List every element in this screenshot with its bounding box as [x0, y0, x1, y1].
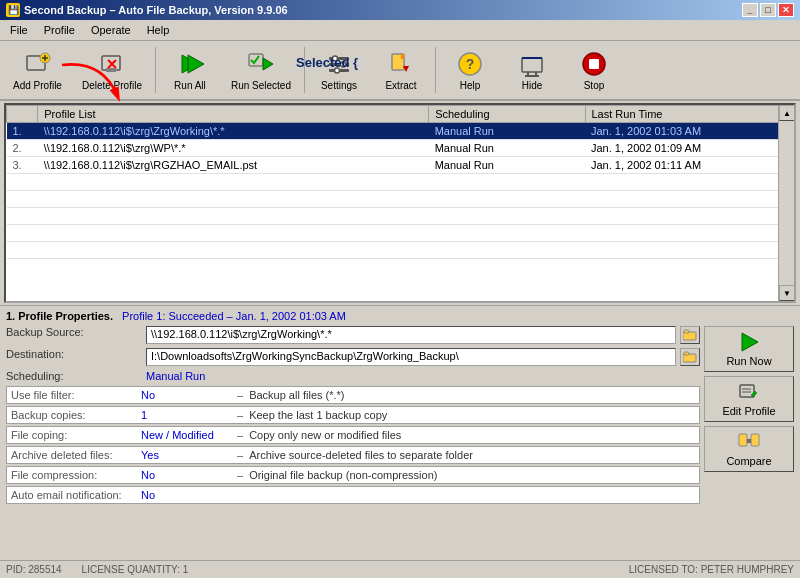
toolbar-divider-1 — [155, 47, 156, 93]
run-all-button[interactable]: Run All — [160, 44, 220, 96]
table-row-empty — [7, 191, 794, 208]
file-coping-desc: Copy only new or modified files — [249, 429, 401, 441]
svg-point-15 — [335, 68, 340, 73]
hide-button[interactable]: Hide — [502, 44, 562, 96]
edit-profile-button[interactable]: Edit Profile — [704, 376, 794, 422]
run-all-label: Run All — [174, 80, 206, 91]
delete-profile-button[interactable]: Delete Profile — [73, 44, 151, 96]
file-coping-box: File coping: New / Modified – Copy only … — [6, 426, 700, 444]
svg-point-14 — [341, 62, 346, 67]
help-label: Help — [460, 80, 481, 91]
add-profile-label: Add Profile — [13, 80, 62, 91]
backup-copies-desc: Keep the last 1 backup copy — [249, 409, 387, 421]
props-header: 1. Profile Properties. Profile 1: Succee… — [6, 310, 794, 322]
compare-label: Compare — [726, 455, 771, 467]
destination-browse-btn[interactable] — [680, 348, 700, 366]
svg-rect-21 — [522, 58, 542, 72]
help-icon: ? — [456, 50, 484, 78]
file-filter-value: No — [141, 389, 231, 401]
profile-table: Profile List Scheduling Last Run Time 1.… — [6, 105, 794, 259]
minimize-button[interactable]: _ — [742, 3, 758, 17]
table-row-empty — [7, 208, 794, 225]
menu-operate[interactable]: Operate — [85, 22, 137, 38]
extract-button[interactable]: Extract — [371, 44, 431, 96]
col-scheduling-header[interactable]: Scheduling — [429, 106, 585, 123]
destination-label: Destination: — [6, 348, 146, 360]
table-row-empty — [7, 174, 794, 191]
file-compression-label: File compression: — [11, 469, 141, 481]
file-compression-dash: – — [237, 469, 243, 481]
svg-rect-38 — [751, 434, 759, 446]
scroll-up-btn[interactable]: ▲ — [779, 105, 795, 121]
row-name-2[interactable]: \\192.168.0.112\i$\zrg\WP\*.* — [38, 140, 429, 157]
svg-rect-27 — [589, 59, 599, 69]
menu-file[interactable]: File — [4, 22, 34, 38]
table-row-empty — [7, 242, 794, 259]
archive-deleted-box: Archive deleted files: Yes – Archive sou… — [6, 446, 700, 464]
settings-label: Settings — [321, 80, 357, 91]
destination-row: Destination: I:\Downloadsofts\ZrgWorking… — [6, 348, 700, 368]
svg-marker-33 — [742, 333, 758, 351]
svg-marker-7 — [188, 55, 204, 73]
menu-help[interactable]: Help — [141, 22, 176, 38]
backup-copies-value: 1 — [141, 409, 231, 421]
file-compression-value: No — [141, 469, 231, 481]
close-button[interactable]: ✕ — [778, 3, 794, 17]
toolbar-divider-2 — [304, 47, 305, 93]
file-compression-box: File compression: No – Original file bac… — [6, 466, 700, 484]
stop-button[interactable]: Stop — [564, 44, 624, 96]
delete-profile-label: Delete Profile — [82, 80, 142, 91]
auto-email-box: Auto email notification: No — [6, 486, 700, 504]
col-lastrun-header[interactable]: Last Run Time — [585, 106, 794, 123]
compare-button[interactable]: Compare — [704, 426, 794, 472]
archive-deleted-dash: – — [237, 449, 243, 461]
backup-source-field: \\192.168.0.112\i$\zrg\ZrgWorking\*.* — [146, 326, 676, 344]
settings-button[interactable]: Settings — [309, 44, 369, 96]
run-selected-button[interactable]: Run Selected — [222, 44, 300, 96]
table-scrollbar[interactable]: ▲ ▼ — [778, 105, 794, 301]
run-selected-label: Run Selected — [231, 80, 291, 91]
scroll-down-btn[interactable]: ▼ — [779, 285, 795, 301]
run-selected-icon — [247, 50, 275, 78]
file-filter-desc: Backup all files (*.*) — [249, 389, 344, 401]
auto-email-value: No — [141, 489, 231, 501]
table-row[interactable]: 3. \\192.168.0.112\i$\zrg\RGZHAO_EMAIL.p… — [7, 157, 794, 174]
svg-marker-17 — [401, 54, 404, 59]
archive-deleted-label: Archive deleted files: — [11, 449, 141, 461]
archive-deleted-value: Yes — [141, 449, 231, 461]
title-bar: 💾 Second Backup – Auto File Backup, Vers… — [0, 0, 800, 20]
edit-profile-icon — [738, 381, 760, 403]
row-num-1: 1. — [7, 123, 38, 140]
table-row[interactable]: 1. \\192.168.0.112\i$\zrg\ZrgWorking\*.*… — [7, 123, 794, 140]
maximize-button[interactable]: □ — [760, 3, 776, 17]
extract-icon — [387, 50, 415, 78]
file-filter-dash: – — [237, 389, 243, 401]
menu-profile[interactable]: Profile — [38, 22, 81, 38]
profile-properties-panel: 1. Profile Properties. Profile 1: Succee… — [0, 305, 800, 510]
menu-bar: File Profile Operate Help — [0, 20, 800, 41]
file-compression-desc: Original file backup (non-compression) — [249, 469, 437, 481]
svg-rect-32 — [684, 352, 689, 355]
file-coping-value: New / Modified — [141, 429, 231, 441]
row-lastrun-1: Jan. 1, 2002 01:03 AM — [585, 123, 794, 140]
scheduling-row: Scheduling: Manual Run — [6, 370, 700, 382]
help-button[interactable]: ? Help — [440, 44, 500, 96]
run-now-button[interactable]: Run Now — [704, 326, 794, 372]
row-name-1[interactable]: \\192.168.0.112\i$\zrg\ZrgWorking\*.* — [38, 123, 429, 140]
add-profile-button[interactable]: Add Profile — [4, 44, 71, 96]
row-scheduling-3: Manual Run — [429, 157, 585, 174]
props-left-panel: Backup Source: \\192.168.0.112\i$\zrg\Zr… — [6, 326, 700, 506]
status-bar: PID: 285514 LICENSE QUANTITY: 1 LICENSED… — [0, 560, 800, 578]
backup-source-label: Backup Source: — [6, 326, 146, 338]
status-licensed-to: LICENSED TO: PETER HUMPHREY — [629, 564, 794, 575]
row-name-3[interactable]: \\192.168.0.112\i$\zrg\RGZHAO_EMAIL.pst — [38, 157, 429, 174]
compare-icon — [738, 431, 760, 453]
col-profile-header[interactable]: Profile List — [38, 106, 429, 123]
row-scheduling-1: Manual Run — [429, 123, 585, 140]
backup-source-browse-btn[interactable] — [680, 326, 700, 344]
status-license: LICENSE QUANTITY: 1 — [82, 564, 189, 575]
toolbar: Add Profile Delete Profile Run — [0, 41, 800, 101]
table-row[interactable]: 2. \\192.168.0.112\i$\zrg\WP\*.* Manual … — [7, 140, 794, 157]
stop-icon — [580, 50, 608, 78]
row-lastrun-2: Jan. 1, 2002 01:09 AM — [585, 140, 794, 157]
